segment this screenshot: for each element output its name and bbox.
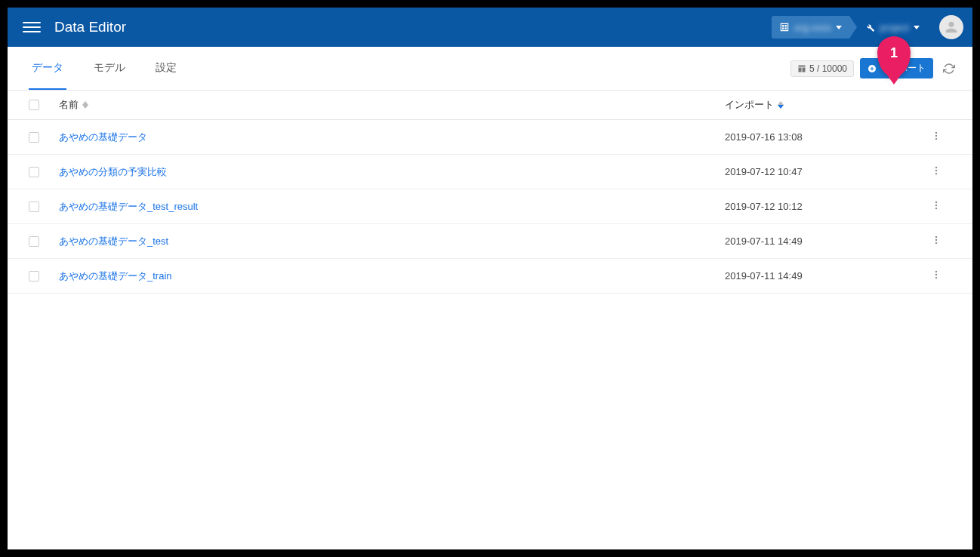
more-button[interactable] (928, 232, 945, 251)
svg-point-11 (935, 239, 937, 241)
svg-point-14 (935, 274, 937, 275)
header-import-label: インポート (725, 98, 774, 112)
row-name-link[interactable]: あやめの基礎データ (59, 131, 147, 144)
breadcrumb-project[interactable]: project (857, 16, 927, 38)
svg-point-1 (935, 132, 937, 134)
header-bar: Data Editor org-xxxx project (8, 8, 972, 47)
row-import-col: 2019-07-16 13:08 (725, 131, 921, 143)
toolbar-right: 5 / 10000 インポート (790, 58, 959, 78)
svg-point-6 (935, 173, 937, 174)
row-checkbox[interactable] (29, 271, 39, 282)
sort-icon (82, 101, 88, 109)
wrench-icon (864, 22, 875, 32)
select-all-checkbox[interactable] (29, 100, 39, 110)
row-name-col: あやめの基礎データ_test (59, 235, 725, 248)
row-checkbox[interactable] (29, 202, 39, 212)
svg-point-3 (935, 138, 937, 140)
row-check-col (29, 202, 59, 212)
row-name-link[interactable]: あやめの基礎データ_test_result (59, 200, 198, 214)
row-actions-col (921, 128, 951, 146)
app-title: Data Editor (54, 19, 772, 35)
row-import-col: 2019-07-11 14:49 (725, 235, 921, 247)
svg-point-13 (935, 271, 937, 272)
row-check-col (29, 271, 59, 282)
more-vertical-icon (931, 269, 941, 280)
row-name-link[interactable]: あやめの基礎データ_test (59, 235, 168, 248)
more-button[interactable] (928, 162, 945, 181)
breadcrumb-org-label: org-xxxx (794, 22, 831, 33)
count-badge: 5 / 10000 (790, 60, 854, 77)
svg-point-8 (935, 205, 937, 206)
more-button[interactable] (928, 266, 945, 285)
menu-icon[interactable] (23, 18, 41, 36)
row-name-link[interactable]: あやめの分類の予実比較 (59, 165, 167, 179)
data-table: 名前 インポート あやめの基礎データ2019-07-16 13:08あやめの分類… (8, 91, 972, 294)
refresh-icon (943, 63, 955, 75)
row-checkbox[interactable] (29, 132, 39, 143)
row-name-col: あやめの基礎データ_train (59, 269, 725, 283)
chevron-down-icon (914, 26, 920, 29)
table-row: あやめの分類の予実比較2019-07-12 10:47 (8, 155, 972, 189)
sort-icon (778, 101, 784, 109)
plus-circle-icon (868, 64, 877, 73)
table-icon (797, 64, 806, 73)
more-button[interactable] (928, 197, 945, 216)
more-vertical-icon (931, 200, 941, 211)
more-vertical-icon (931, 165, 941, 176)
more-button[interactable] (928, 128, 945, 146)
row-actions-col (921, 266, 951, 285)
row-actions-col (921, 162, 951, 181)
header-import[interactable]: インポート (725, 98, 921, 112)
breadcrumb-org[interactable]: org-xxxx (772, 16, 849, 38)
row-check-col (29, 167, 59, 177)
building-icon (779, 22, 790, 32)
row-name-col: あやめの分類の予実比較 (59, 165, 725, 179)
breadcrumb-project-label: project (880, 22, 909, 33)
user-icon (943, 19, 960, 35)
svg-point-4 (935, 167, 937, 168)
chevron-down-icon (836, 26, 842, 29)
row-import-col: 2019-07-12 10:47 (725, 166, 921, 177)
row-actions-col (921, 197, 951, 216)
content-area: データ モデル 設定 5 / 10000 インポート (8, 47, 972, 549)
more-vertical-icon (931, 235, 941, 245)
table-row: あやめの基礎データ_test_result2019-07-12 10:12 (8, 189, 972, 224)
annotation-pin-label: 1 (879, 38, 909, 68)
svg-point-10 (935, 236, 937, 238)
refresh-button[interactable] (939, 59, 959, 78)
row-actions-col (921, 232, 951, 251)
breadcrumb-arrow (849, 16, 857, 38)
row-check-col (29, 132, 59, 143)
header-right: org-xxxx project (772, 15, 963, 39)
table-header: 名前 インポート (8, 91, 972, 120)
more-vertical-icon (931, 131, 941, 141)
svg-point-5 (935, 170, 937, 171)
tab-model[interactable]: モデル (91, 48, 128, 90)
row-name-col: あやめの基礎データ (59, 131, 725, 144)
row-name-link[interactable]: あやめの基礎データ_train (59, 269, 172, 283)
tabs: データ モデル 設定 (29, 48, 790, 90)
table-row: あやめの基礎データ_test2019-07-11 14:49 (8, 224, 972, 259)
tab-data[interactable]: データ (29, 48, 66, 90)
table-row: あやめの基礎データ2019-07-16 13:08 (8, 120, 972, 155)
tab-settings[interactable]: 設定 (153, 48, 180, 90)
svg-point-7 (935, 202, 937, 203)
row-checkbox[interactable] (29, 236, 39, 247)
count-label: 5 / 10000 (809, 63, 847, 74)
header-name[interactable]: 名前 (59, 98, 725, 112)
row-check-col (29, 236, 59, 247)
avatar[interactable] (939, 15, 963, 39)
row-checkbox[interactable] (29, 167, 39, 177)
rows-container: あやめの基礎データ2019-07-16 13:08あやめの分類の予実比較2019… (8, 120, 972, 294)
table-row: あやめの基礎データ_train2019-07-11 14:49 (8, 259, 972, 294)
svg-point-9 (935, 208, 937, 209)
tabs-row: データ モデル 設定 5 / 10000 インポート (8, 47, 972, 91)
header-name-label: 名前 (59, 98, 79, 112)
svg-point-2 (935, 135, 937, 137)
svg-point-12 (935, 242, 937, 244)
app-frame: Data Editor org-xxxx project (8, 8, 972, 549)
row-import-col: 2019-07-11 14:49 (725, 270, 921, 282)
breadcrumb: org-xxxx project (772, 16, 927, 38)
header-check-col (29, 100, 59, 110)
row-import-col: 2019-07-12 10:12 (725, 201, 921, 212)
